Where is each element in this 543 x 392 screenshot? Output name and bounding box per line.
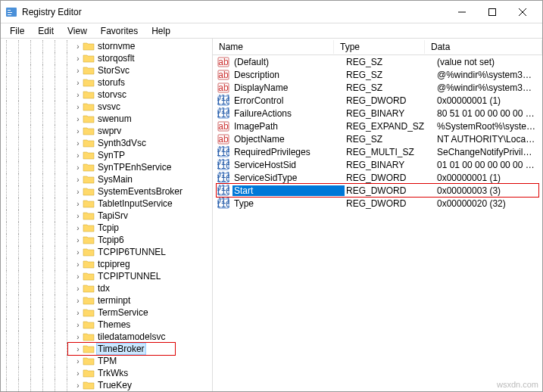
- tree-item-label: TapiSrv: [96, 210, 130, 221]
- tree-item-truekey[interactable]: ›TrueKey: [1, 379, 212, 391]
- expander-icon[interactable]: ›: [73, 199, 83, 208]
- expander-icon[interactable]: ›: [73, 332, 83, 341]
- binary-value-icon: 011110: [217, 146, 229, 158]
- tree-item-swenum[interactable]: ›swenum: [1, 113, 212, 125]
- tree-item-stornvme[interactable]: ›stornvme: [1, 40, 212, 52]
- tree-item-syntp[interactable]: ›SynTP: [1, 149, 212, 161]
- expander-icon[interactable]: ›: [73, 320, 83, 329]
- expander-icon[interactable]: ›: [73, 187, 83, 196]
- expander-icon[interactable]: ›: [73, 211, 83, 220]
- value-row[interactable]: 011110RequiredPrivilegesREG_MULTI_SZSeCh…: [213, 145, 542, 158]
- value-row[interactable]: abObjectNameREG_SZNT AUTHORITY\LocalServ…: [213, 132, 542, 145]
- tree-item-label: SysMain: [96, 174, 134, 185]
- tree-item-tcpip6[interactable]: ›Tcpip6: [1, 234, 212, 246]
- expander-icon[interactable]: ›: [73, 66, 83, 75]
- menu-file[interactable]: File: [4, 24, 30, 38]
- close-button[interactable]: [507, 2, 538, 23]
- value-row[interactable]: abDisplayNameREG_SZ@%windir%\system32\Ti…: [213, 81, 542, 94]
- tree-item-termservice[interactable]: ›TermService: [1, 306, 212, 319]
- tree-item-label: Tcpip: [96, 222, 120, 233]
- expander-icon[interactable]: ›: [73, 90, 83, 99]
- expander-icon[interactable]: ›: [73, 78, 83, 87]
- tree-item-sysmain[interactable]: ›SysMain: [1, 173, 212, 185]
- value-data: @%windir%\system32\TimeBrokerServer.dll,…: [435, 82, 538, 93]
- tree-item-systemeventsbroker[interactable]: ›SystemEventsBroker: [1, 185, 212, 198]
- value-row[interactable]: abImagePathREG_EXPAND_SZ%SystemRoot%\sys…: [213, 120, 542, 132]
- tree-item-timebroker[interactable]: ›TimeBroker: [1, 343, 212, 355]
- folder-icon: [83, 259, 95, 269]
- expander-icon[interactable]: ›: [73, 308, 83, 317]
- expander-icon[interactable]: ›: [73, 151, 83, 160]
- value-row[interactable]: 011110ServiceSidTypeREG_DWORD0x00000001 …: [213, 171, 542, 184]
- tree-item-tiledatamodelsvc[interactable]: ›tiledatamodelsvc: [1, 331, 212, 343]
- tree-item-tdx[interactable]: ›tdx: [1, 282, 212, 294]
- value-data: (value not set): [435, 57, 538, 67]
- menu-favorites[interactable]: Favorites: [95, 24, 144, 38]
- tree-item-tcpip6tunnel[interactable]: ›TCPIP6TUNNEL: [1, 246, 212, 258]
- list-pane[interactable]: Name Type Data ab(Default)REG_SZ(value n…: [213, 39, 542, 391]
- value-row[interactable]: 011110TypeREG_DWORD0x00000020 (32): [213, 197, 542, 210]
- value-name: (Default): [232, 57, 345, 67]
- value-row[interactable]: 011110ServiceHostSidREG_BINARY01 01 00 0…: [213, 158, 542, 171]
- menu-view[interactable]: View: [61, 24, 93, 38]
- tree-item-storqosflt[interactable]: ›storqosflt: [1, 52, 212, 64]
- expander-icon[interactable]: ›: [73, 114, 83, 123]
- expander-icon[interactable]: ›: [73, 42, 83, 51]
- value-type: REG_MULTI_SZ: [345, 147, 435, 157]
- expander-icon[interactable]: ›: [73, 223, 83, 232]
- expander-icon[interactable]: ›: [73, 296, 83, 305]
- column-data[interactable]: Data: [425, 40, 542, 54]
- expander-icon[interactable]: ›: [73, 175, 83, 184]
- menu-help[interactable]: Help: [145, 24, 176, 38]
- expander-icon[interactable]: ›: [73, 272, 83, 281]
- expander-icon[interactable]: ›: [73, 138, 83, 148]
- value-row[interactable]: 011110StartREG_DWORD0x00000003 (3): [213, 184, 542, 197]
- tree-item-storsvc[interactable]: ›StorSvc: [1, 64, 212, 76]
- value-row[interactable]: ab(Default)REG_SZ(value not set): [213, 55, 542, 68]
- tree-item-trkwks[interactable]: ›TrkWks: [1, 367, 212, 379]
- expander-icon[interactable]: ›: [73, 163, 83, 172]
- expander-icon[interactable]: ›: [73, 344, 83, 353]
- value-type: REG_SZ: [345, 134, 435, 145]
- tree-pane[interactable]: ›stornvme›storqosflt›StorSvc›storufs›sto…: [1, 39, 213, 391]
- expander-icon[interactable]: ›: [73, 356, 83, 366]
- minimize-button[interactable]: [447, 2, 477, 23]
- tree-item-storvsc[interactable]: ›storvsc: [1, 89, 212, 101]
- tree-item-syntpenhservice[interactable]: ›SynTPEnhService: [1, 161, 212, 173]
- expander-icon[interactable]: ›: [73, 235, 83, 244]
- tree-item-tapisrv[interactable]: ›TapiSrv: [1, 210, 212, 222]
- app-icon: [5, 6, 17, 18]
- tree-item-themes[interactable]: ›Themes: [1, 319, 212, 331]
- menu-edit[interactable]: Edit: [32, 24, 60, 38]
- expander-icon[interactable]: ›: [73, 284, 83, 293]
- column-type[interactable]: Type: [334, 40, 425, 54]
- tree-item-tcpipreg[interactable]: ›tcpipreg: [1, 258, 212, 270]
- expander-icon[interactable]: ›: [73, 126, 83, 135]
- folder-icon: [83, 126, 95, 136]
- tree-item-swprv[interactable]: ›swprv: [1, 125, 212, 137]
- tree-item-terminpt[interactable]: ›terminpt: [1, 294, 212, 306]
- tree-item-storufs[interactable]: ›storufs: [1, 76, 212, 89]
- maximize-button[interactable]: [477, 2, 507, 23]
- binary-value-icon: 011110: [217, 198, 229, 210]
- svg-text:110: 110: [217, 173, 229, 184]
- expander-icon[interactable]: ›: [73, 247, 83, 257]
- tree-item-tabletinputservice[interactable]: ›TabletInputService: [1, 198, 212, 210]
- tree-item-tcpip[interactable]: ›Tcpip: [1, 222, 212, 234]
- expander-icon[interactable]: ›: [73, 54, 83, 63]
- tree-item-synth3dvsc[interactable]: ›Synth3dVsc: [1, 137, 212, 149]
- value-name: ServiceSidType: [232, 173, 345, 183]
- value-row[interactable]: 011110FailureActionsREG_BINARY80 51 01 0…: [213, 107, 542, 120]
- expander-icon[interactable]: ›: [73, 369, 83, 378]
- column-name[interactable]: Name: [213, 40, 334, 54]
- value-row[interactable]: abDescriptionREG_SZ@%windir%\system32\Ti…: [213, 68, 542, 81]
- value-row[interactable]: 011110ErrorControlREG_DWORD0x00000001 (1…: [213, 94, 542, 107]
- tree-item-svsvc[interactable]: ›svsvc: [1, 101, 212, 113]
- folder-icon: [83, 295, 95, 306]
- expander-icon[interactable]: ›: [73, 381, 83, 390]
- string-value-icon: ab: [217, 56, 229, 68]
- expander-icon[interactable]: ›: [73, 260, 83, 269]
- expander-icon[interactable]: ›: [73, 102, 83, 111]
- tree-item-tpm[interactable]: ›TPM: [1, 355, 212, 367]
- tree-item-tcpiptunnel[interactable]: ›TCPIPTUNNEL: [1, 270, 212, 282]
